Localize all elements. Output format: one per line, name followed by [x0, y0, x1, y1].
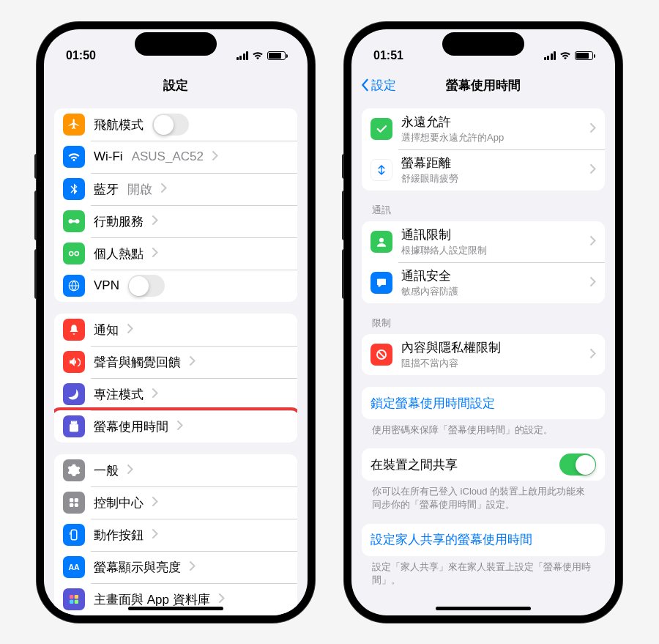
label: 個人熱點	[94, 245, 144, 262]
wifi-icon	[252, 51, 264, 60]
header-communication: 通訊	[362, 190, 605, 221]
home-indicator[interactable]	[436, 607, 531, 610]
group-connectivity: 飛航模式 Wi-Fi ASUS_AC52 藍牙 開啟 行動服	[54, 108, 297, 302]
wifi-icon	[63, 146, 85, 168]
chevron-right-icon	[590, 276, 596, 289]
dynamic-island	[135, 32, 217, 56]
row-communication-limits[interactable]: 通訊限制 根據聯絡人設定限制	[362, 221, 605, 262]
row-sound[interactable]: 聲音與觸覺回饋	[54, 346, 297, 378]
row-cellular[interactable]: 行動服務	[54, 205, 297, 237]
vpn-icon	[63, 275, 85, 297]
row-hotspot[interactable]: 個人熱點	[54, 237, 297, 270]
row-screen-distance[interactable]: 螢幕距離 舒緩眼睛疲勞	[362, 149, 605, 190]
row-focus[interactable]: 專注模式	[54, 378, 297, 410]
back-label: 設定	[371, 77, 396, 94]
group-general: 一般 控制中心 動作按鈕 AA 螢幕顯示與亮度	[54, 454, 297, 615]
control-center-icon	[63, 492, 85, 514]
screen-right: 01:51 設定 螢幕使用時間 永遠允許 選擇想要永遠允許的App	[351, 29, 615, 615]
svg-rect-9	[71, 530, 77, 540]
contacts-icon	[371, 231, 392, 253]
share-toggle[interactable]	[559, 454, 596, 475]
chevron-right-icon	[590, 235, 596, 248]
row-screen-time[interactable]: 螢幕使用時間	[54, 410, 297, 443]
row-control-center[interactable]: 控制中心	[54, 486, 297, 519]
label: 在裝置之間共享	[371, 456, 551, 473]
label: 飛航模式	[94, 116, 144, 133]
group-lock: 鎖定螢幕使用時間設定	[362, 387, 605, 419]
label: 專注模式	[94, 386, 144, 403]
group-notifications: 通知 聲音與觸覺回饋 專注模式 螢幕使用時間	[54, 314, 297, 443]
footer-lock: 使用密碼來保障「螢幕使用時間」的設定。	[362, 419, 605, 437]
row-wifi[interactable]: Wi-Fi ASUS_AC52	[54, 141, 297, 173]
vpn-toggle[interactable]	[128, 275, 165, 297]
row-notifications[interactable]: 通知	[54, 314, 297, 346]
row-general[interactable]: 一般	[54, 454, 297, 486]
battery-icon	[575, 51, 593, 60]
cellular-signal-icon	[544, 51, 556, 60]
svg-text:AA: AA	[68, 563, 80, 571]
svg-point-0	[70, 251, 73, 255]
phone-left: 01:50 設定 飛航模式 Wi-Fi ASUS_AC52	[37, 22, 315, 623]
battery-icon	[267, 51, 286, 60]
row-share-devices[interactable]: 在裝置之間共享	[362, 448, 605, 481]
row-communication-safety[interactable]: 通訊安全 敏感內容防護	[362, 262, 605, 303]
chevron-right-icon	[127, 323, 133, 336]
label: Wi-Fi	[94, 149, 123, 164]
airplane-toggle[interactable]	[152, 114, 189, 136]
screen-time-icon	[63, 415, 85, 437]
label: 藍牙	[94, 181, 119, 198]
bluetooth-value: 開啟	[127, 181, 152, 198]
header-restrictions: 限制	[362, 303, 605, 334]
svg-rect-7	[70, 503, 73, 507]
svg-rect-10	[70, 532, 71, 535]
page-title: 螢幕使用時間	[446, 77, 521, 94]
row-lock-settings[interactable]: 鎖定螢幕使用時間設定	[362, 387, 605, 419]
footer-share: 你可以在所有已登入 iCloud 的裝置上啟用此功能來同步你的「螢幕使用時間」設…	[362, 481, 605, 511]
restriction-icon	[371, 344, 392, 366]
chevron-right-icon	[152, 528, 158, 541]
svg-rect-5	[70, 498, 73, 502]
label: 控制中心	[94, 495, 144, 511]
link-label: 鎖定螢幕使用時間設定	[371, 395, 495, 412]
chevron-right-icon	[177, 420, 183, 433]
row-action-button[interactable]: 動作按鈕	[54, 519, 297, 551]
settings-list[interactable]: 飛航模式 Wi-Fi ASUS_AC52 藍牙 開啟 行動服	[44, 101, 308, 615]
row-bluetooth[interactable]: 藍牙 開啟	[54, 173, 297, 205]
label: 通訊安全	[401, 267, 581, 284]
label: 動作按鈕	[94, 527, 144, 544]
bluetooth-icon	[63, 178, 85, 200]
sound-icon	[63, 351, 85, 373]
status-time: 01:51	[373, 49, 403, 62]
row-display[interactable]: AA 螢幕顯示與亮度	[54, 551, 297, 583]
chevron-right-icon	[152, 247, 158, 260]
row-family-share[interactable]: 設定家人共享的螢幕使用時間	[362, 524, 605, 556]
label: 行動服務	[94, 213, 144, 230]
svg-rect-12	[70, 595, 73, 599]
hotspot-icon	[63, 243, 85, 264]
cellular-icon	[63, 210, 85, 232]
svg-point-16	[379, 238, 384, 243]
chevron-right-icon	[590, 163, 596, 177]
row-vpn[interactable]: VPN	[54, 270, 297, 302]
nav-bar: 設定 螢幕使用時間	[351, 69, 615, 101]
label: 通訊限制	[401, 226, 581, 243]
screen-time-list[interactable]: 永遠允許 選擇想要永遠允許的App 螢幕距離 舒緩眼睛疲勞 通訊	[351, 101, 615, 615]
action-button-icon	[63, 524, 85, 546]
back-button[interactable]: 設定	[360, 77, 396, 94]
svg-point-8	[75, 503, 78, 507]
row-home-screen[interactable]: 主畫面與 App 資料庫	[54, 583, 297, 615]
row-airplane-mode[interactable]: 飛航模式	[54, 108, 297, 141]
wifi-value: ASUS_AC52	[132, 149, 204, 164]
label: 一般	[94, 462, 119, 479]
row-content-privacy[interactable]: 內容與隱私權限制 阻擋不當內容	[362, 334, 605, 375]
row-always-allowed[interactable]: 永遠允許 選擇想要永遠允許的App	[362, 108, 605, 149]
svg-rect-13	[75, 595, 78, 599]
home-indicator[interactable]	[128, 607, 223, 610]
link-label: 設定家人共享的螢幕使用時間	[371, 531, 532, 548]
status-time: 01:50	[66, 49, 96, 62]
wifi-icon	[559, 51, 571, 60]
page-title: 設定	[163, 77, 188, 94]
chevron-right-icon	[152, 215, 158, 228]
label: 螢幕使用時間	[94, 418, 168, 435]
check-icon	[371, 118, 392, 140]
